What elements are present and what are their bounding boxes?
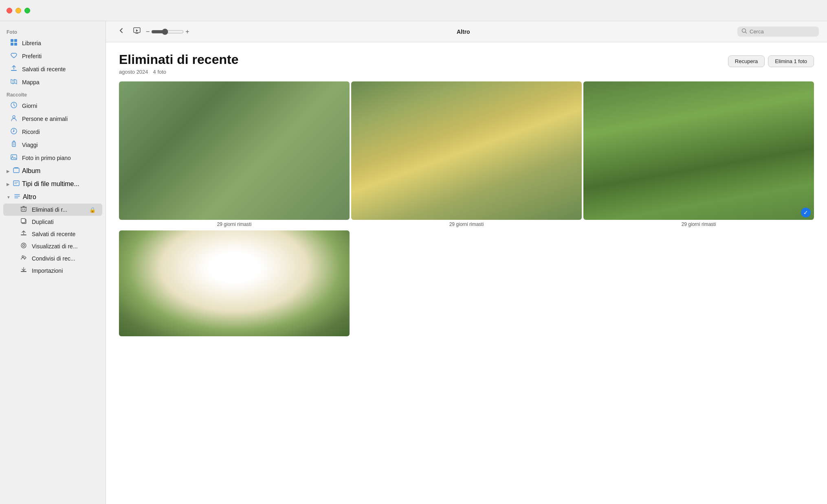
svg-point-15 [12,156,13,157]
search-input[interactable] [750,28,815,35]
svg-point-10 [13,131,15,132]
svg-rect-23 [21,219,25,223]
toolbar-title: Altro [194,28,732,35]
sidebar-item-visualizzati[interactable]: Visualizzati di re... [3,240,102,252]
sidebar-item-duplicati[interactable]: Duplicati [3,216,102,228]
sidebar-item-altro[interactable]: ▼ Altro [0,191,106,204]
back-button[interactable] [114,25,128,38]
sidebar-item-condivisi[interactable]: Condivisi di rec... [3,252,102,265]
svg-rect-3 [14,43,17,46]
sidebar-item-preferiti[interactable]: Preferiti [3,50,102,63]
memories-icon [10,127,18,136]
sidebar-item-salvati-recente[interactable]: Salvati di recente [3,63,102,76]
trash-icon [20,206,28,214]
altro-chevron: ▼ [7,195,11,199]
sidebar-item-tipi[interactable]: ▶ Tipi di file multime... [0,177,106,191]
photo-item-4[interactable] [119,230,350,340]
photo-item-1[interactable]: 29 giorni rimasti [119,81,350,229]
sidebar-label-foto-primo-piano: Foto in primo piano [22,155,71,161]
delete-button[interactable]: Elimina 1 foto [768,55,814,67]
sidebar-label-mappa: Mappa [22,79,40,85]
slideshow-icon[interactable] [133,26,141,37]
photo-item-3[interactable]: ✓ 29 giorni rimasti [583,81,814,229]
main-content: − + Altro Eliminati di recente agosto 20… [106,21,827,504]
person-icon [10,114,18,123]
sidebar-label-preferiti: Preferiti [22,53,42,59]
upload2-icon [20,230,28,238]
heart-icon [10,52,18,61]
sidebar-item-album[interactable]: ▶ Album [0,164,106,177]
zoom-minus[interactable]: − [146,28,150,35]
sidebar-item-salvati2[interactable]: Salvati di recente [3,228,102,240]
title-block: Eliminati di recente agosto 2024 4 foto [119,52,238,75]
portrait-icon [10,153,18,162]
sidebar-item-libreria[interactable]: Libreria [3,37,102,50]
sidebar-label-libreria: Libreria [22,40,41,46]
svg-rect-17 [14,167,18,168]
svg-rect-16 [13,168,19,173]
search-bar[interactable] [737,26,819,37]
import-icon [20,267,28,275]
photo-item-2[interactable]: 29 giorni rimasti [351,81,582,229]
sidebar-label-giorni: Giorni [22,103,37,109]
zoom-plus[interactable]: + [185,28,189,35]
page-title: Eliminati di recente [119,52,238,67]
sidebar-label-duplicati: Duplicati [32,219,54,225]
sidebar-item-ricordi[interactable]: Ricordi [3,125,102,138]
sidebar-label-condivisi: Condivisi di rec... [32,255,75,262]
photo-thumb-1 [119,81,350,220]
svg-rect-2 [11,43,13,46]
sidebar-label-persone: Persone e animali [22,116,68,122]
sidebar-section-raccolte: Raccolte [0,89,106,99]
sidebar-item-eliminati[interactable]: Eliminati di r... 🔒 [3,204,102,216]
sidebar-item-importazioni[interactable]: Importazioni [3,265,102,277]
maximize-button[interactable] [24,8,30,13]
svg-rect-14 [11,155,17,160]
travel-icon [10,140,18,149]
svg-point-25 [21,243,26,248]
minimize-button[interactable] [15,8,21,13]
sidebar-section-foto: Foto [0,26,106,37]
sidebar-label-tipi: Tipi di file multime... [22,180,79,188]
tipi-icon [12,180,20,188]
svg-point-26 [23,245,25,247]
svg-rect-11 [12,142,15,147]
svg-point-8 [13,116,15,118]
toolbar: − + Altro [106,21,827,42]
photo-thumb-3 [583,81,814,220]
sidebar-label-viaggi: Viaggi [22,142,38,148]
upload-icon [10,65,18,74]
sidebar-label-altro: Altro [23,193,36,201]
svg-rect-24 [21,234,26,235]
sidebar-label-importazioni: Importazioni [32,267,63,274]
sidebar-item-foto-primo-piano[interactable]: Foto in primo piano [3,151,102,164]
duplicate-icon [20,218,28,226]
content-header: Eliminati di recente agosto 2024 4 foto … [119,52,814,75]
traffic-lights [7,8,30,13]
sidebar-item-viaggi[interactable]: Viaggi [3,138,102,151]
sidebar-label-visualizzati: Visualizzati di re... [32,243,78,250]
content-meta: agosto 2024 4 foto [119,69,238,75]
sidebar-label-ricordi: Ricordi [22,129,40,135]
sidebar-label-album: Album [22,167,40,175]
content-area: Eliminati di recente agosto 2024 4 foto … [106,42,827,504]
sidebar: Foto Libreria Preferiti Salvati di recen… [0,21,106,504]
zoom-slider[interactable] [151,28,184,35]
photo-label-2: 29 giorni rimasti [351,220,582,229]
sidebar-item-persone[interactable]: Persone e animali [3,112,102,125]
content-date: agosto 2024 [119,69,148,75]
svg-rect-28 [21,271,26,272]
sidebar-item-giorni[interactable]: Giorni [3,99,102,112]
lock-icon: 🔒 [89,207,96,213]
close-button[interactable] [7,8,12,13]
shared-icon [20,254,28,263]
map-icon [10,78,18,87]
tipi-chevron: ▶ [7,182,10,186]
sidebar-label-salvati2: Salvati di recente [32,231,75,237]
svg-rect-4 [11,70,17,71]
svg-rect-1 [14,39,17,42]
sidebar-item-mappa[interactable]: Mappa [3,76,102,89]
content-actions: Recupera Elimina 1 foto [728,55,814,67]
recover-button[interactable]: Recupera [728,55,765,67]
zoom-control: − + [146,28,189,35]
